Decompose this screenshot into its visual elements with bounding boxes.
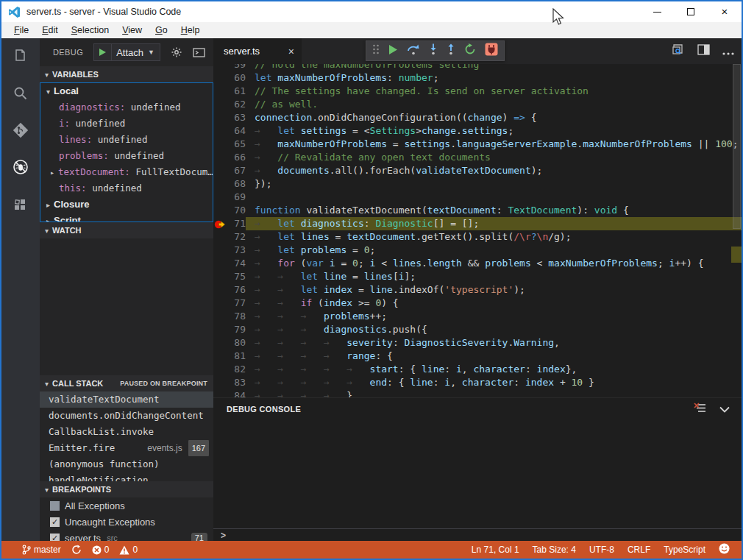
- explorer-icon[interactable]: [12, 48, 29, 65]
- checkbox-checked[interactable]: ✓: [50, 517, 60, 527]
- variable-row[interactable]: this: undefined: [40, 180, 213, 196]
- watch-section-header[interactable]: ▾ WATCH: [40, 222, 213, 238]
- line-number[interactable]: 82: [227, 363, 246, 376]
- line-content[interactable]: // The settings have changed. Is send on…: [246, 85, 742, 98]
- stack-frame[interactable]: (anonymous function): [40, 456, 213, 472]
- line-content[interactable]: → // Revalidate any open text documents: [246, 151, 742, 164]
- stack-frame[interactable]: Emitter.fireevents.js167: [40, 440, 213, 456]
- breakpoint-margin[interactable]: [213, 204, 227, 217]
- scope-row-script[interactable]: ▸Script: [40, 213, 213, 222]
- toolbar-drag-handle[interactable]: [372, 43, 380, 58]
- code-line-67[interactable]: 67→ documents.all().forEach(validateText…: [213, 164, 742, 177]
- breakpoint-margin[interactable]: [213, 191, 227, 204]
- line-number[interactable]: 60: [227, 71, 246, 85]
- cursor-position-item[interactable]: Ln 71, Col 1: [472, 545, 519, 555]
- line-number[interactable]: 71: [227, 217, 246, 230]
- encoding-item[interactable]: UTF-8: [589, 545, 614, 555]
- step-into-button[interactable]: [429, 43, 438, 58]
- code-line-78[interactable]: 78→ → → problems++;: [213, 310, 742, 323]
- line-number[interactable]: 83: [227, 376, 246, 389]
- line-number[interactable]: 64: [227, 124, 246, 138]
- line-number[interactable]: 73: [227, 244, 246, 257]
- line-content[interactable]: → → → → severity: DiagnosticSeverity.War…: [246, 336, 742, 350]
- line-number[interactable]: 78: [227, 310, 246, 323]
- breakpoint-margin[interactable]: [213, 363, 227, 376]
- line-number[interactable]: 80: [227, 336, 246, 350]
- errors-item[interactable]: 0: [92, 545, 110, 555]
- checkbox-unchecked[interactable]: [50, 501, 60, 511]
- line-content[interactable]: let maxNumberOfProblems: number;: [246, 71, 742, 85]
- step-out-button[interactable]: [447, 43, 455, 58]
- extensions-icon[interactable]: [12, 197, 29, 215]
- line-content[interactable]: → → → problems++;: [246, 310, 742, 323]
- stack-frame[interactable]: validateTextDocument: [40, 391, 213, 408]
- console-input[interactable]: >: [213, 528, 742, 541]
- search-icon[interactable]: [12, 85, 29, 102]
- line-content[interactable]: → let lines = textDocument.getText().spl…: [246, 230, 742, 244]
- line-content[interactable]: → → → diagnostics.push({: [246, 323, 742, 336]
- warnings-item[interactable]: 0: [119, 545, 138, 555]
- breakpoint-margin[interactable]: [213, 244, 227, 257]
- variables-section-header[interactable]: ▾ VARIABLES: [40, 66, 213, 82]
- variable-row[interactable]: lines: undefined: [40, 132, 213, 148]
- breakpoint-margin[interactable]: [213, 138, 227, 151]
- clear-console-icon[interactable]: [694, 403, 706, 417]
- variable-row[interactable]: problems: undefined: [40, 148, 213, 164]
- line-content[interactable]: → → → → },: [246, 389, 742, 397]
- variable-row[interactable]: i: undefined: [40, 116, 213, 132]
- menu-selection[interactable]: Selection: [65, 25, 115, 35]
- code-line-64[interactable]: 64→ let settings = <Settings>change.sett…: [213, 124, 742, 138]
- git-branch-item[interactable]: master: [22, 545, 61, 555]
- line-number[interactable]: 75: [227, 270, 246, 283]
- line-content[interactable]: → let problems = 0;: [246, 244, 742, 257]
- line-content[interactable]: → let diagnostics: Diagnostic[] = [];: [246, 217, 742, 230]
- line-content[interactable]: // as well.: [246, 98, 742, 111]
- code-line-81[interactable]: 81→ → → → range: {: [213, 350, 742, 363]
- code-line-82[interactable]: 82→ → → → → start: { line: i, character:…: [213, 363, 742, 376]
- feedback-smiley-icon[interactable]: [719, 543, 730, 556]
- scrollbar-slider[interactable]: [733, 64, 741, 229]
- line-content[interactable]: // hold the maxNumberOfProblems setting: [246, 64, 742, 71]
- code-line-76[interactable]: 76→ → let index = line.indexOf('typescri…: [213, 283, 742, 297]
- tab-close-icon[interactable]: ×: [288, 46, 294, 57]
- breakpoint-margin[interactable]: [213, 350, 227, 363]
- scope-row-local[interactable]: ▾Local: [40, 83, 213, 99]
- line-number[interactable]: 69: [227, 191, 246, 204]
- breakpoint-margin[interactable]: [213, 177, 227, 191]
- line-content[interactable]: → → let line = lines[i];: [246, 270, 742, 283]
- code-line-65[interactable]: 65→ maxNumberOfProblems = settings.langu…: [213, 138, 742, 151]
- line-number[interactable]: 59: [227, 64, 246, 71]
- code-line-72[interactable]: 72→ let lines = textDocument.getText().s…: [213, 230, 742, 244]
- close-button[interactable]: ×: [708, 1, 742, 22]
- code-line-77[interactable]: 77→ → if (index >= 0) {: [213, 297, 742, 310]
- breakpoint-paused-icon[interactable]: [213, 217, 227, 230]
- menu-go[interactable]: Go: [149, 25, 174, 35]
- breakpoint-margin[interactable]: [213, 64, 227, 71]
- checkbox-checked[interactable]: ✓: [50, 534, 60, 542]
- line-number[interactable]: 72: [227, 230, 246, 244]
- line-content[interactable]: connection.onDidChangeConfiguration((cha…: [246, 111, 742, 124]
- line-content[interactable]: → → if (index >= 0) {: [246, 297, 742, 310]
- tab-server-ts[interactable]: server.ts ×: [213, 38, 302, 64]
- code-line-74[interactable]: 74→ for (var i = 0; i < lines.length && …: [213, 257, 742, 270]
- code-line-69[interactable]: 69: [213, 191, 742, 204]
- breakpoints-section-header[interactable]: ▾ BREAKPOINTS: [40, 481, 213, 497]
- code-line-62[interactable]: 62// as well.: [213, 98, 742, 111]
- variable-row[interactable]: diagnostics: undefined: [40, 99, 213, 116]
- breakpoint-margin[interactable]: [213, 283, 227, 297]
- code-line-73[interactable]: 73→ let problems = 0;: [213, 244, 742, 257]
- line-content[interactable]: → → → → range: {: [246, 350, 742, 363]
- launch-config-select[interactable]: Attach: [112, 47, 148, 58]
- restart-button[interactable]: [464, 43, 476, 58]
- code-line-83[interactable]: 83→ → → → → end: { line: i, character: i…: [213, 376, 742, 389]
- breakpoint-margin[interactable]: [213, 257, 227, 270]
- code-line-61[interactable]: 61// The settings have changed. Is send …: [213, 85, 742, 98]
- more-actions-icon[interactable]: [722, 45, 734, 58]
- chevron-down-icon[interactable]: [719, 403, 730, 416]
- breakpoint-margin[interactable]: [213, 164, 227, 177]
- stack-frame[interactable]: documents.onDidChangeContent: [40, 408, 213, 424]
- breakpoint-row[interactable]: All Exceptions: [40, 497, 213, 514]
- tab-size-item[interactable]: Tab Size: 4: [533, 545, 576, 555]
- line-number[interactable]: 66: [227, 151, 246, 164]
- breakpoint-margin[interactable]: [213, 376, 227, 389]
